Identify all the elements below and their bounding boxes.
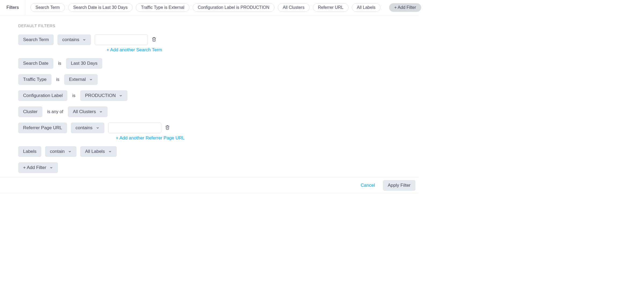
value-chip-configuration-label[interactable]: PRODUCTION [80,90,127,101]
operator-label: contains [76,125,93,131]
filter-row-referrer-page-url: Referrer Page URL contains + Add another… [18,123,419,141]
delete-referrer-button[interactable] [165,125,170,131]
pill-search-term[interactable]: Search Term [30,3,65,12]
delete-search-term-button[interactable] [152,37,156,43]
operator-chip-search-term[interactable]: contains [57,34,91,45]
field-chip-configuration-label[interactable]: Configuration Label [18,90,67,101]
field-label: Labels [23,149,36,154]
pill-traffic-type[interactable]: Traffic Type is External [136,3,189,12]
value-chip-cluster[interactable]: All Clusters [68,106,108,117]
trash-icon [152,37,156,42]
filter-editor-body: DEFAULT FILTERS Search Term contains [0,15,419,189]
pill-all-labels[interactable]: All Labels [352,3,380,12]
field-label: Referrer Page URL [23,125,62,131]
field-label: Configuration Label [23,93,63,98]
field-chip-cluster[interactable]: Cluster [18,106,42,117]
chevron-down-icon [89,78,93,81]
filter-row-configuration-label: Configuration Label is PRODUCTION [18,90,419,101]
apply-filter-button[interactable]: Apply Filter [383,180,415,191]
filters-title: Filters [6,5,19,10]
field-chip-labels[interactable]: Labels [18,146,41,157]
chevron-down-icon [49,166,53,170]
add-filter-button[interactable]: + Add Filter [18,162,58,173]
section-title-default-filters: DEFAULT FILTERS [18,23,419,28]
referrer-url-input[interactable] [108,123,161,133]
operator-text-search-date: is [57,61,63,66]
field-label: Search Date [23,61,49,66]
operator-text-traffic-type: is [55,77,61,82]
filter-top-bar-title-cell: Filters [0,0,25,15]
filter-row-search-date: Search Date is Last 30 Days [18,58,419,69]
add-another-referrer-link[interactable]: + Add another Referrer Page URL [18,135,185,141]
value-label: Last 30 Days [71,61,97,66]
operator-chip-labels[interactable]: contain [45,146,76,157]
chevron-down-icon [108,150,112,153]
value-label: All Clusters [73,109,96,114]
value-label: External [69,77,86,82]
pill-all-clusters[interactable]: All Clusters [278,3,310,12]
chevron-down-icon [119,94,123,98]
chevron-down-icon [96,126,100,130]
chevron-down-icon [82,38,86,42]
cancel-button[interactable]: Cancel [358,181,378,190]
filter-footer: Cancel Apply Filter [0,177,419,193]
value-chip-search-date[interactable]: Last 30 Days [66,58,102,69]
filter-row-cluster: Cluster is any of All Clusters [18,106,419,117]
value-chip-labels[interactable]: All Labels [80,146,117,157]
pill-search-date[interactable]: Search Date is Last 30 Days [68,3,133,12]
value-label: PRODUCTION [85,93,116,98]
operator-label: contain [50,149,65,154]
field-chip-search-date[interactable]: Search Date [18,58,53,69]
filter-top-bar: Filters Search Term Search Date is Last … [0,0,419,15]
filter-row-search-term: Search Term contains + Add another Searc… [18,34,419,53]
add-filter-pill[interactable]: + Add Filter [389,3,421,12]
filter-row-labels: Labels contain All Labels [18,146,419,157]
pill-referrer-url[interactable]: Referrer URL [313,3,349,12]
field-chip-search-term[interactable]: Search Term [18,34,54,45]
add-another-search-term-link[interactable]: + Add another Search Term [18,47,162,53]
filter-row-traffic-type: Traffic Type is External [18,74,419,85]
operator-chip-referrer[interactable]: contains [71,123,104,133]
chevron-down-icon [68,150,72,153]
operator-text-configuration-label: is [71,93,76,98]
trash-icon [165,125,170,130]
add-filter-row: + Add Filter [18,162,419,173]
field-label: Search Term [23,37,49,42]
operator-text-cluster: is any of [46,109,64,114]
field-chip-referrer-page-url[interactable]: Referrer Page URL [18,123,67,133]
field-label: Traffic Type [23,77,47,82]
add-filter-label: + Add Filter [23,165,46,170]
field-label: Cluster [23,109,38,114]
pill-configuration-label[interactable]: Configuration Label is PRODUCTION [193,3,275,12]
value-label: All Labels [85,149,105,154]
chevron-down-icon [99,110,103,114]
value-chip-traffic-type[interactable]: External [64,74,97,85]
field-chip-traffic-type[interactable]: Traffic Type [18,74,52,85]
operator-label: contains [62,37,79,42]
search-term-input[interactable] [95,34,148,45]
